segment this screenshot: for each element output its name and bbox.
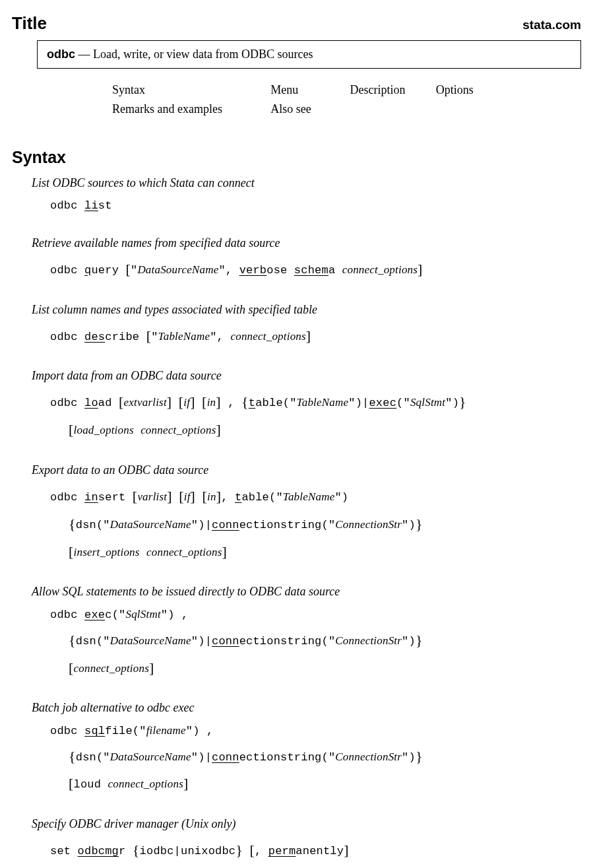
brand-link[interactable]: stata.com	[522, 18, 581, 32]
syntax-desc: Import data from an ODBC data source	[32, 369, 581, 383]
nav-also-see[interactable]: Also see	[270, 100, 311, 119]
syntax-line: odbc describe ["TableName", connect_opti…	[50, 322, 581, 350]
nav-remarks[interactable]: Remarks and examples	[112, 100, 244, 119]
syntax-line: {dsn("DataSourceName")|connectionstring(…	[69, 626, 581, 654]
syntax-desc: Batch job alternative to odbc exec	[32, 701, 581, 715]
syntax-line: set odbcmgr {iodbc|unixodbc} [, permanen…	[50, 836, 581, 864]
header: Title stata.com	[12, 13, 581, 34]
syntax-desc: Allow SQL statements to be issued direct…	[32, 585, 581, 599]
syntax-line: odbc exec("SqlStmt") ,	[50, 604, 581, 626]
syntax-line: odbc load [extvarlist] [if] [in] , {tabl…	[50, 388, 581, 416]
syntax-line: odbc query ["DataSourceName", verbose sc…	[50, 255, 581, 283]
syntax-heading: Syntax	[12, 148, 581, 167]
syntax-block-sqlfile: Batch job alternative to odbc exec odbc …	[32, 701, 581, 797]
syntax-line: odbc list	[50, 195, 581, 217]
syntax-block-odbcmgr: Specify ODBC driver manager (Unix only) …	[32, 817, 581, 864]
nav-syntax[interactable]: Syntax	[112, 81, 244, 100]
title-box: odbc — Load, write, or view data from OD…	[37, 40, 581, 69]
syntax-block-load: Import data from an ODBC data source odb…	[32, 369, 581, 444]
syntax-desc: List ODBC sources to which Stata can con…	[32, 176, 581, 190]
nav-description[interactable]: Description	[350, 81, 410, 100]
nav-menu[interactable]: Menu	[270, 81, 323, 100]
title-box-desc: Load, write, or view data from ODBC sour…	[93, 48, 313, 61]
syntax-block-exec: Allow SQL statements to be issued direct…	[32, 585, 581, 681]
syntax-desc: Retrieve available names from specified …	[32, 236, 581, 250]
nav-options[interactable]: Options	[436, 81, 474, 100]
title-box-dash: —	[75, 48, 93, 61]
syntax-desc: List column names and types associated w…	[32, 303, 581, 317]
syntax-desc: Specify ODBC driver manager (Unix only)	[32, 817, 581, 831]
syntax-line: [loud connect_options]	[69, 770, 581, 797]
syntax-line: {dsn("DataSourceName")|connectionstring(…	[69, 743, 581, 770]
syntax-line: odbc insert [varlist] [if] [in], table("…	[50, 483, 581, 510]
syntax-block-insert: Export data to an ODBC data source odbc …	[32, 463, 581, 565]
syntax-line: {dsn("DataSourceName")|connectionstring(…	[69, 510, 581, 538]
nav-links: Syntax Menu Description Options Remarks …	[112, 81, 581, 119]
syntax-block-describe: List column names and types associated w…	[32, 303, 581, 350]
syntax-block-query: Retrieve available names from specified …	[32, 236, 581, 283]
syntax-line: [connect_options]	[69, 654, 581, 682]
syntax-desc: Export data to an ODBC data source	[32, 463, 581, 477]
title-box-command: odbc	[47, 48, 75, 61]
page-title: Title	[12, 13, 47, 34]
syntax-block-list: List ODBC sources to which Stata can con…	[32, 176, 581, 217]
syntax-line: odbc sqlfile("filename") ,	[50, 720, 581, 742]
syntax-line: [insert_options connect_options]	[69, 538, 581, 566]
syntax-line: [load_options connect_options]	[69, 416, 581, 444]
